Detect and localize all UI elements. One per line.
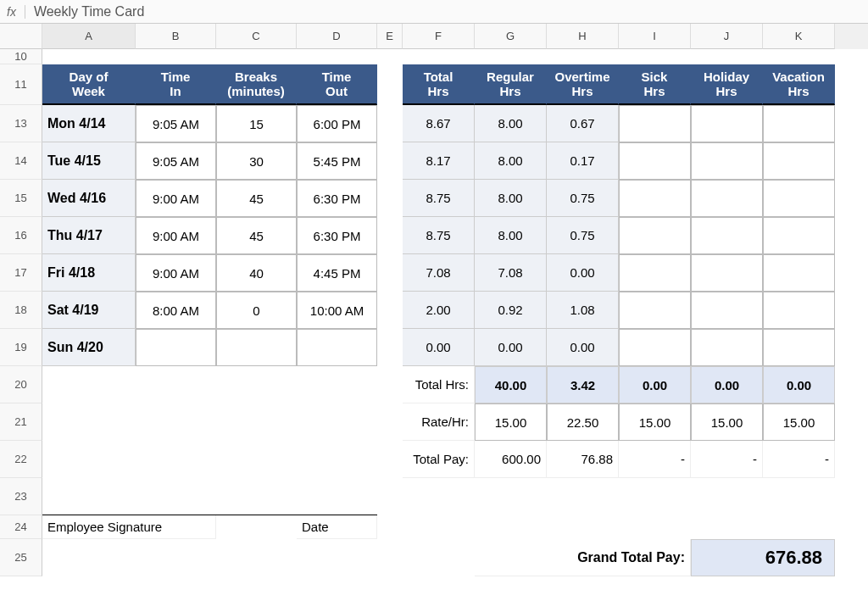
formula-input[interactable] [25,4,861,19]
row-header-19[interactable]: 19 [0,329,42,366]
cell[interactable] [377,366,403,403]
vacation-hrs-cell[interactable] [763,329,835,366]
row-header-11[interactable]: 11 [0,64,42,105]
cell[interactable] [42,49,835,64]
holiday-hrs-cell[interactable] [691,217,763,254]
day-cell[interactable]: Fri 4/18 [42,254,136,292]
select-all-corner[interactable] [0,24,42,49]
row-header-24[interactable]: 24 [0,515,42,539]
time-in-cell[interactable]: 9:05 AM [136,105,216,142]
cell[interactable] [377,254,403,292]
row-header-13[interactable]: 13 [0,105,42,142]
col-header-d[interactable]: D [297,24,377,49]
sick-hrs-cell[interactable] [619,180,691,217]
vacation-hrs-cell[interactable] [763,292,835,329]
cell[interactable] [377,515,835,539]
cell[interactable] [377,292,403,329]
day-cell[interactable]: Sun 4/20 [42,329,136,366]
cell[interactable] [377,403,403,441]
time-out-cell[interactable] [297,329,377,366]
cell[interactable] [377,142,403,180]
col-header-i[interactable]: I [619,24,691,49]
vacation-hrs-cell[interactable] [763,217,835,254]
row-header-14[interactable]: 14 [0,142,42,180]
row-header-10[interactable]: 10 [0,49,42,64]
breaks-cell[interactable]: 45 [216,180,297,217]
rate-regular[interactable]: 15.00 [475,403,547,441]
time-out-cell[interactable]: 10:00 AM [297,292,377,329]
cell[interactable] [42,539,475,576]
holiday-hrs-cell[interactable] [691,292,763,329]
day-cell[interactable]: Wed 4/16 [42,180,136,217]
row-header-21[interactable]: 21 [0,403,42,441]
vacation-hrs-cell[interactable] [763,254,835,292]
col-header-k[interactable]: K [763,24,835,49]
day-cell[interactable]: Mon 4/14 [42,105,136,142]
cell[interactable] [377,478,835,515]
breaks-cell[interactable]: 45 [216,217,297,254]
time-out-cell[interactable]: 6:30 PM [297,180,377,217]
cell[interactable] [216,515,297,539]
time-out-cell[interactable]: 6:00 PM [297,105,377,142]
time-out-cell[interactable]: 4:45 PM [297,254,377,292]
holiday-hrs-cell[interactable] [691,329,763,366]
row-header-22[interactable]: 22 [0,441,42,478]
sick-hrs-cell[interactable] [619,217,691,254]
col-header-a[interactable]: A [42,24,136,49]
holiday-hrs-cell[interactable] [691,180,763,217]
grid-body[interactable]: 10 11 Day of Week Time In Breaks (minute… [0,49,868,576]
day-cell[interactable]: Tue 4/15 [42,142,136,180]
holiday-hrs-cell[interactable] [691,142,763,180]
row-header-25[interactable]: 25 [0,539,42,576]
holiday-hrs-cell[interactable] [691,105,763,142]
cell[interactable] [377,105,403,142]
holiday-hrs-cell[interactable] [691,254,763,292]
cell[interactable] [377,441,403,478]
day-cell[interactable]: Thu 4/17 [42,217,136,254]
time-in-cell[interactable]: 9:05 AM [136,142,216,180]
sick-hrs-cell[interactable] [619,105,691,142]
col-header-g[interactable]: G [475,24,547,49]
cell[interactable] [42,403,377,441]
cell[interactable] [377,64,403,105]
vacation-hrs-cell[interactable] [763,180,835,217]
time-in-cell[interactable]: 8:00 AM [136,292,216,329]
col-header-b[interactable]: B [136,24,216,49]
sick-hrs-cell[interactable] [619,254,691,292]
col-header-f[interactable]: F [403,24,475,49]
col-header-h[interactable]: H [547,24,619,49]
cell[interactable] [42,366,377,403]
rate-overtime[interactable]: 22.50 [547,403,619,441]
cell[interactable] [377,180,403,217]
breaks-cell[interactable]: 30 [216,142,297,180]
time-out-cell[interactable]: 6:30 PM [297,217,377,254]
col-header-e[interactable]: E [377,24,403,49]
breaks-cell[interactable]: 40 [216,254,297,292]
sick-hrs-cell[interactable] [619,329,691,366]
rate-sick[interactable]: 15.00 [619,403,691,441]
rate-vacation[interactable]: 15.00 [763,403,835,441]
row-header-20[interactable]: 20 [0,366,42,403]
cell[interactable] [42,441,377,478]
day-cell[interactable]: Sat 4/19 [42,292,136,329]
time-in-cell[interactable]: 9:00 AM [136,254,216,292]
breaks-cell[interactable] [216,329,297,366]
spreadsheet[interactable]: A B C D E F G H I J K 10 11 Day of Week … [0,24,868,576]
cell[interactable] [377,217,403,254]
cell[interactable] [42,478,377,515]
row-header-15[interactable]: 15 [0,180,42,217]
row-header-23[interactable]: 23 [0,478,42,515]
breaks-cell[interactable]: 0 [216,292,297,329]
row-header-16[interactable]: 16 [0,217,42,254]
row-header-18[interactable]: 18 [0,292,42,329]
row-header-17[interactable]: 17 [0,254,42,292]
col-header-c[interactable]: C [216,24,297,49]
vacation-hrs-cell[interactable] [763,105,835,142]
sick-hrs-cell[interactable] [619,292,691,329]
vacation-hrs-cell[interactable] [763,142,835,180]
col-header-j[interactable]: J [691,24,763,49]
time-in-cell[interactable]: 9:00 AM [136,180,216,217]
time-in-cell[interactable]: 9:00 AM [136,217,216,254]
sick-hrs-cell[interactable] [619,142,691,180]
rate-holiday[interactable]: 15.00 [691,403,763,441]
